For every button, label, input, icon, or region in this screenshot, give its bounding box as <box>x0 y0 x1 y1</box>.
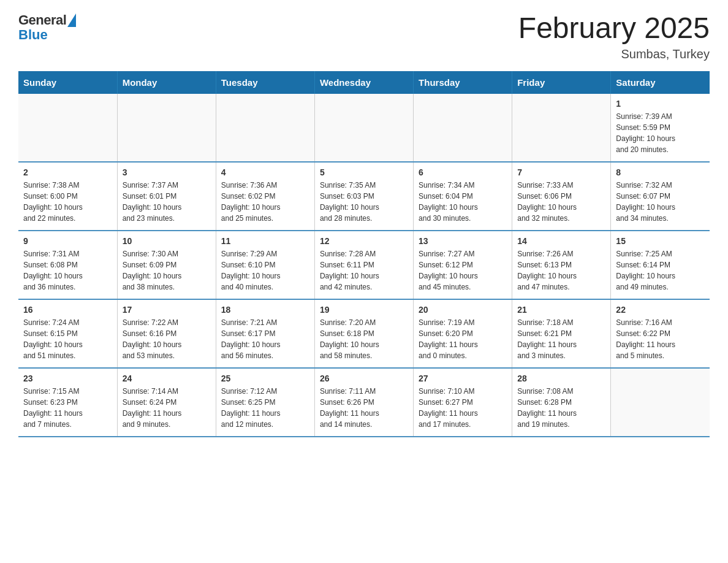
day-info: Sunrise: 7:21 AMSunset: 6:17 PMDaylight:… <box>221 317 309 361</box>
day-info: Sunrise: 7:12 AMSunset: 6:25 PMDaylight:… <box>221 386 309 430</box>
day-number: 9 <box>23 236 112 246</box>
day-info: Sunrise: 7:33 AMSunset: 6:06 PMDaylight:… <box>517 180 605 224</box>
page-header: General Blue February 2025 Sumbas, Turke… <box>18 12 710 61</box>
day-number: 28 <box>517 373 605 383</box>
calendar-cell <box>611 368 710 437</box>
day-number: 14 <box>517 236 605 246</box>
calendar-cell: 14Sunrise: 7:26 AMSunset: 6:13 PMDayligh… <box>512 231 611 299</box>
day-number: 26 <box>320 373 408 383</box>
day-number: 10 <box>123 236 211 246</box>
calendar-cell: 27Sunrise: 7:10 AMSunset: 6:27 PMDayligh… <box>414 368 512 437</box>
calendar-cell <box>216 94 314 162</box>
day-number: 24 <box>123 373 211 383</box>
weekday-header: Sunday <box>18 71 117 94</box>
day-info: Sunrise: 7:10 AMSunset: 6:27 PMDaylight:… <box>419 386 507 430</box>
calendar-cell: 20Sunrise: 7:19 AMSunset: 6:20 PMDayligh… <box>414 299 512 368</box>
day-number: 13 <box>419 236 507 246</box>
day-number: 2 <box>23 167 112 177</box>
day-number: 20 <box>419 305 507 315</box>
calendar-week-row: 2Sunrise: 7:38 AMSunset: 6:00 PMDaylight… <box>18 162 710 231</box>
day-info: Sunrise: 7:15 AMSunset: 6:23 PMDaylight:… <box>23 386 112 430</box>
calendar-cell: 7Sunrise: 7:33 AMSunset: 6:06 PMDaylight… <box>512 162 611 231</box>
day-number: 5 <box>320 167 408 177</box>
calendar-cell: 24Sunrise: 7:14 AMSunset: 6:24 PMDayligh… <box>117 368 216 437</box>
day-info: Sunrise: 7:29 AMSunset: 6:10 PMDaylight:… <box>221 248 309 293</box>
day-info: Sunrise: 7:19 AMSunset: 6:20 PMDaylight:… <box>419 317 507 361</box>
day-number: 4 <box>221 167 309 177</box>
day-number: 1 <box>616 99 705 109</box>
calendar-cell: 12Sunrise: 7:28 AMSunset: 6:11 PMDayligh… <box>314 231 413 299</box>
calendar-cell <box>314 94 413 162</box>
day-info: Sunrise: 7:35 AMSunset: 6:03 PMDaylight:… <box>320 180 408 224</box>
logo-blue-text: Blue <box>18 27 48 43</box>
logo: General Blue <box>18 12 76 43</box>
calendar-cell: 15Sunrise: 7:25 AMSunset: 6:14 PMDayligh… <box>611 231 710 299</box>
day-number: 17 <box>123 305 211 315</box>
calendar-cell: 18Sunrise: 7:21 AMSunset: 6:17 PMDayligh… <box>216 299 314 368</box>
logo-general-text: General <box>18 12 66 28</box>
calendar-cell: 11Sunrise: 7:29 AMSunset: 6:10 PMDayligh… <box>216 231 314 299</box>
day-number: 21 <box>517 305 605 315</box>
weekday-header-row: SundayMondayTuesdayWednesdayThursdayFrid… <box>18 71 710 94</box>
weekday-header: Wednesday <box>314 71 413 94</box>
day-info: Sunrise: 7:22 AMSunset: 6:16 PMDaylight:… <box>123 317 211 361</box>
calendar-week-row: 23Sunrise: 7:15 AMSunset: 6:23 PMDayligh… <box>18 368 710 437</box>
day-info: Sunrise: 7:36 AMSunset: 6:02 PMDaylight:… <box>221 180 309 224</box>
calendar-cell: 5Sunrise: 7:35 AMSunset: 6:03 PMDaylight… <box>314 162 413 231</box>
day-info: Sunrise: 7:18 AMSunset: 6:21 PMDaylight:… <box>517 317 605 361</box>
calendar-week-row: 1Sunrise: 7:39 AMSunset: 5:59 PMDaylight… <box>18 94 710 162</box>
day-info: Sunrise: 7:30 AMSunset: 6:09 PMDaylight:… <box>123 248 211 293</box>
calendar-cell: 17Sunrise: 7:22 AMSunset: 6:16 PMDayligh… <box>117 299 216 368</box>
calendar-week-row: 9Sunrise: 7:31 AMSunset: 6:08 PMDaylight… <box>18 231 710 299</box>
day-number: 12 <box>320 236 408 246</box>
calendar-cell <box>414 94 512 162</box>
day-number: 11 <box>221 236 309 246</box>
calendar-cell: 22Sunrise: 7:16 AMSunset: 6:22 PMDayligh… <box>611 299 710 368</box>
calendar-cell <box>18 94 117 162</box>
calendar-cell: 26Sunrise: 7:11 AMSunset: 6:26 PMDayligh… <box>314 368 413 437</box>
day-number: 22 <box>616 305 705 315</box>
calendar-cell: 16Sunrise: 7:24 AMSunset: 6:15 PMDayligh… <box>18 299 117 368</box>
day-info: Sunrise: 7:24 AMSunset: 6:15 PMDaylight:… <box>23 317 112 361</box>
day-number: 3 <box>123 167 211 177</box>
day-info: Sunrise: 7:16 AMSunset: 6:22 PMDaylight:… <box>616 317 705 361</box>
day-info: Sunrise: 7:39 AMSunset: 5:59 PMDaylight:… <box>616 111 705 155</box>
calendar-cell: 23Sunrise: 7:15 AMSunset: 6:23 PMDayligh… <box>18 368 117 437</box>
day-info: Sunrise: 7:31 AMSunset: 6:08 PMDaylight:… <box>23 248 112 293</box>
day-info: Sunrise: 7:28 AMSunset: 6:11 PMDaylight:… <box>320 248 408 293</box>
calendar-cell <box>117 94 216 162</box>
day-number: 16 <box>23 305 112 315</box>
weekday-header: Monday <box>117 71 216 94</box>
day-info: Sunrise: 7:20 AMSunset: 6:18 PMDaylight:… <box>320 317 408 361</box>
title-block: February 2025 Sumbas, Turkey <box>518 12 710 61</box>
month-title: February 2025 <box>518 12 710 45</box>
day-number: 19 <box>320 305 408 315</box>
day-number: 23 <box>23 373 112 383</box>
logo-triangle-icon <box>67 13 76 27</box>
day-info: Sunrise: 7:34 AMSunset: 6:04 PMDaylight:… <box>419 180 507 224</box>
day-info: Sunrise: 7:25 AMSunset: 6:14 PMDaylight:… <box>616 248 705 293</box>
day-info: Sunrise: 7:26 AMSunset: 6:13 PMDaylight:… <box>517 248 605 293</box>
weekday-header: Thursday <box>414 71 512 94</box>
calendar-cell: 25Sunrise: 7:12 AMSunset: 6:25 PMDayligh… <box>216 368 314 437</box>
calendar-cell: 1Sunrise: 7:39 AMSunset: 5:59 PMDaylight… <box>611 94 710 162</box>
calendar-cell <box>512 94 611 162</box>
day-info: Sunrise: 7:11 AMSunset: 6:26 PMDaylight:… <box>320 386 408 430</box>
day-number: 15 <box>616 236 705 246</box>
calendar-week-row: 16Sunrise: 7:24 AMSunset: 6:15 PMDayligh… <box>18 299 710 368</box>
calendar-cell: 28Sunrise: 7:08 AMSunset: 6:28 PMDayligh… <box>512 368 611 437</box>
day-info: Sunrise: 7:37 AMSunset: 6:01 PMDaylight:… <box>123 180 211 224</box>
weekday-header: Saturday <box>611 71 710 94</box>
calendar-cell: 21Sunrise: 7:18 AMSunset: 6:21 PMDayligh… <box>512 299 611 368</box>
day-info: Sunrise: 7:14 AMSunset: 6:24 PMDaylight:… <box>123 386 211 430</box>
weekday-header: Friday <box>512 71 611 94</box>
calendar-cell: 3Sunrise: 7:37 AMSunset: 6:01 PMDaylight… <box>117 162 216 231</box>
day-number: 8 <box>616 167 705 177</box>
calendar-cell: 8Sunrise: 7:32 AMSunset: 6:07 PMDaylight… <box>611 162 710 231</box>
day-info: Sunrise: 7:27 AMSunset: 6:12 PMDaylight:… <box>419 248 507 293</box>
calendar-cell: 19Sunrise: 7:20 AMSunset: 6:18 PMDayligh… <box>314 299 413 368</box>
calendar-table: SundayMondayTuesdayWednesdayThursdayFrid… <box>18 71 710 437</box>
calendar-cell: 10Sunrise: 7:30 AMSunset: 6:09 PMDayligh… <box>117 231 216 299</box>
calendar-cell: 9Sunrise: 7:31 AMSunset: 6:08 PMDaylight… <box>18 231 117 299</box>
day-number: 27 <box>419 373 507 383</box>
